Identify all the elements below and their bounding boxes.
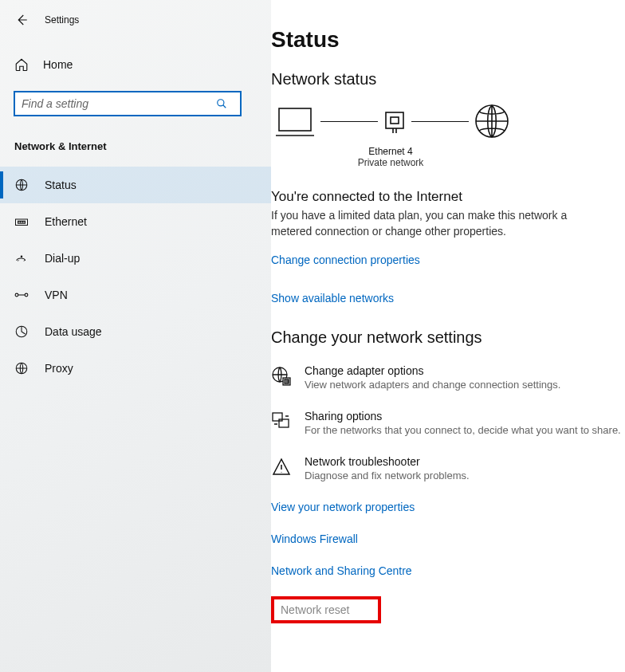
nav-label: Ethernet xyxy=(45,215,87,228)
adapter-icon xyxy=(383,108,407,135)
home-icon xyxy=(14,57,30,72)
page-title: Status xyxy=(271,27,625,53)
show-available-networks-link[interactable]: Show available networks xyxy=(271,292,625,305)
setting-desc: For the networks that you connect to, de… xyxy=(305,424,621,436)
nav-item-vpn[interactable]: VPN xyxy=(0,277,271,313)
ethernet-icon xyxy=(14,214,30,229)
diagram-line xyxy=(411,121,469,122)
globe-icon xyxy=(474,103,510,140)
network-status-heading: Network status xyxy=(271,70,625,88)
svg-point-5 xyxy=(15,293,18,297)
computer-icon xyxy=(274,104,316,139)
sharing-options[interactable]: Sharing options For the networks that yo… xyxy=(271,410,625,436)
connected-desc: If you have a limited data plan, you can… xyxy=(271,208,590,239)
setting-title: Change adapter options xyxy=(305,364,560,377)
nav-item-dialup[interactable]: Dial-up xyxy=(0,240,271,277)
change-adapter-options[interactable]: Change adapter options View network adap… xyxy=(271,364,625,391)
search-input[interactable] xyxy=(15,97,216,110)
svg-point-6 xyxy=(25,293,28,297)
svg-rect-11 xyxy=(391,117,399,124)
svg-point-0 xyxy=(218,100,224,106)
network-sharing-centre-link[interactable]: Network and Sharing Centre xyxy=(271,564,625,577)
window-title: Settings xyxy=(45,14,79,26)
home-nav[interactable]: Home xyxy=(0,49,271,80)
vpn-icon xyxy=(14,290,30,300)
status-icon xyxy=(14,178,30,192)
network-reset-link[interactable]: Network reset xyxy=(281,603,349,616)
dialup-icon xyxy=(14,251,30,265)
search-icon xyxy=(216,98,240,109)
nav-label: Data usage xyxy=(45,325,102,338)
connected-heading: You're connected to the Internet xyxy=(271,189,625,205)
change-connection-properties-link[interactable]: Change connection properties xyxy=(271,253,625,266)
nav-item-proxy[interactable]: Proxy xyxy=(0,350,271,387)
nav-label: VPN xyxy=(45,289,68,301)
back-button[interactable] xyxy=(14,13,30,27)
nav-item-status[interactable]: Status xyxy=(0,167,271,203)
setting-desc: View network adapters and change connect… xyxy=(305,379,560,391)
change-settings-heading: Change your network settings xyxy=(271,328,625,347)
nav-label: Proxy xyxy=(45,362,73,375)
setting-title: Network troubleshooter xyxy=(305,455,470,468)
nav-label: Status xyxy=(45,179,77,191)
network-type: Private network xyxy=(343,157,438,168)
windows-firewall-link[interactable]: Windows Firewall xyxy=(271,532,625,545)
sharing-icon xyxy=(271,411,295,432)
nav-item-datausage[interactable]: Data usage xyxy=(0,313,271,350)
svg-point-4 xyxy=(21,256,22,257)
network-diagram xyxy=(271,103,625,140)
section-heading: Network & Internet xyxy=(0,132,271,167)
nav-item-ethernet[interactable]: Ethernet xyxy=(0,203,271,240)
diagram-line xyxy=(320,121,378,122)
search-box[interactable] xyxy=(14,91,242,116)
network-troubleshooter[interactable]: Network troubleshooter Diagnose and fix … xyxy=(271,455,625,481)
troubleshooter-icon xyxy=(271,457,295,477)
home-label: Home xyxy=(43,58,73,71)
svg-rect-10 xyxy=(386,112,403,128)
network-reset-highlight: Network reset xyxy=(271,596,381,623)
view-network-properties-link[interactable]: View your network properties xyxy=(271,501,625,513)
adapter-options-icon xyxy=(271,366,295,387)
nav-label: Dial-up xyxy=(45,252,80,265)
svg-rect-9 xyxy=(279,108,311,131)
setting-title: Sharing options xyxy=(305,410,621,422)
adapter-name: Ethernet 4 xyxy=(343,146,438,157)
diagram-caption: Ethernet 4 Private network xyxy=(343,146,438,168)
proxy-icon xyxy=(14,361,30,375)
setting-desc: Diagnose and fix network problems. xyxy=(305,470,470,481)
datausage-icon xyxy=(14,324,30,339)
